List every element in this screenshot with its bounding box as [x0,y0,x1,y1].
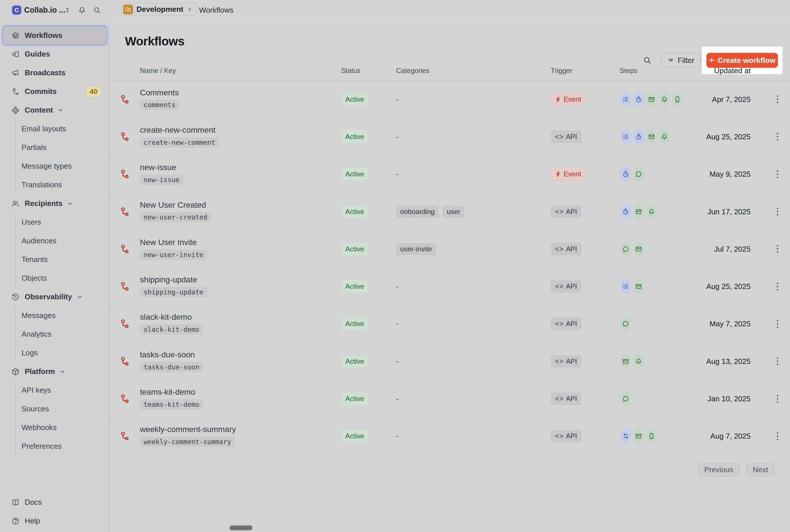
status-badge-label: Active [341,205,368,218]
workflow-key-chip: teams-kit-demo [140,399,203,410]
sidebar-item-label: Commits [25,87,57,96]
kebab-menu-button[interactable] [772,392,783,405]
breadcrumb-environment-chip[interactable]: Development [121,3,197,16]
sidebar-item-sources[interactable]: Sources [15,400,110,418]
kebab-menu-button[interactable] [772,130,783,144]
sidebar-item-label: Workflows [25,31,62,40]
table-row[interactable]: create-new-commentcreate-new-commentActi… [110,118,790,155]
panels-icon [12,50,20,58]
sidebar-item-audiences[interactable]: Audiences [15,231,110,250]
workflow-name: create-new-comment [140,126,219,135]
sidebar-item-partials[interactable]: Partials [15,138,110,157]
status-badge-label: Active [341,93,368,106]
sidebar-item-help[interactable]: Help [3,512,107,530]
kebab-menu-button[interactable] [772,93,783,106]
sidebar-item-label: Guides [25,50,50,59]
sidebar-item-analytics[interactable]: Analytics [15,325,110,344]
sidebar-item-tenants[interactable]: Tenants [15,250,110,269]
sidebar-item-message-types[interactable]: Message types [15,157,110,175]
sidebar-item-guides[interactable]: Guides [3,45,107,63]
sidebar-item-docs[interactable]: Docs [3,493,107,512]
sidebar-item-commits[interactable]: Commits40 [3,82,107,101]
sidebar-item-webhooks[interactable]: Webhooks [15,418,110,437]
sidebar-item-broadcasts[interactable]: Broadcasts [3,63,107,82]
sidebar-item-translations[interactable]: Translations [15,175,110,194]
categories-cell: - [396,319,399,328]
table-row[interactable]: shipping-updateshipping-updateActive-<>A… [110,268,790,305]
step-chip-bell [659,129,670,144]
sidebar-item-users[interactable]: Users [15,213,110,231]
workflow-name-cell: create-new-commentcreate-new-comment [140,126,219,148]
sidebar-subgroup-platform: API keysSourcesWebhooksPreferences [15,381,110,456]
notifications-bell-icon[interactable] [78,0,86,20]
help-circle-icon [12,517,20,525]
sidebar-item-messages[interactable]: Messages [15,306,110,325]
sidebar-item-label: Content [25,106,53,115]
horizontal-scrollbar-thumb[interactable] [230,526,252,530]
categories-cell: - [396,432,399,441]
categories-cell: - [396,95,399,104]
kebab-menu-button[interactable] [772,167,783,181]
kebab-menu-button[interactable] [772,317,783,330]
sidebar-item-recipients[interactable]: Recipients [3,194,107,213]
steps-cell [620,354,644,369]
table-row[interactable]: New User Invitenew-user-inviteActiveuser… [110,230,790,268]
sidebar-item-label: Platform [25,367,55,376]
table-row[interactable]: New User Creatednew-user-createdActiveon… [110,193,790,230]
chat-icon [622,320,629,327]
workspace-search-icon[interactable] [93,0,101,20]
workflow-name: new-issue [140,163,183,172]
workflow-icon [120,282,129,291]
kebab-menu-button[interactable] [772,242,783,256]
code-brackets-icon: <> [555,395,564,403]
kebab-menu-button[interactable] [772,355,783,368]
kebab-menu-button[interactable] [772,429,783,443]
sidebar-item-workflows[interactable]: Workflows [3,26,107,45]
table-row[interactable]: new-issuenew-issueActive-EventMay 9, 202… [110,156,790,193]
category-chip: onboarding [396,206,439,218]
step-chip-timer [620,204,631,219]
chevron-down-icon [77,294,82,300]
package-icon [12,368,20,376]
workflow-name-cell: new-issuenew-issue [140,163,183,185]
sidebar-item-logs[interactable]: Logs [15,344,110,362]
trigger-cell: <>API [551,355,581,368]
workflow-key-chip: tasks-due-soon [140,362,203,372]
kebab-menu-button[interactable] [772,205,783,218]
status-badge-label: Active [341,243,368,255]
status-badge: Active [341,93,368,106]
sidebar-item-platform[interactable]: Platform [3,362,107,381]
book-icon [12,498,20,507]
workspace-name[interactable]: Collab.io ... [24,0,65,20]
sidebar-item-email-layouts[interactable]: Email layouts [15,119,110,138]
chat-icon [622,395,629,402]
table-row[interactable]: CommentscommentsActive-EventApr 7, 2025 [110,81,790,118]
workspace-logo[interactable]: C [12,5,21,15]
workflow-name-cell: Commentscomments [140,89,179,110]
table-row[interactable]: slack-kit-demoslack-kit-demoActive-<>API… [110,305,790,343]
code-brackets-icon: <> [555,245,564,253]
next-page-button[interactable]: Next [747,463,774,476]
email-icon [622,358,629,365]
previous-page-button[interactable]: Previous [698,463,739,476]
step-chip-email [633,204,644,219]
sidebar-item-api-keys[interactable]: API keys [15,381,110,400]
table-row[interactable]: teams-kit-demoteams-kit-demoActive-<>API… [110,380,790,417]
trigger-cell: Event [551,168,585,180]
table-row[interactable]: weekly-comment-summaryweekly-comment-sum… [110,418,790,455]
status-badge: Active [341,430,368,442]
status-badge: Active [341,393,368,405]
trigger-cell: <>API [551,430,581,442]
status-badge-label: Active [341,393,368,405]
empty-categories-dash: - [396,170,399,179]
step-chip-phone [646,429,657,443]
step-chip-email [646,92,657,107]
table-row[interactable]: tasks-due-soontasks-due-soonActive-<>API… [110,343,790,380]
workspace-caret-icon[interactable] [64,0,71,20]
sidebar-item-objects[interactable]: Objects [15,269,110,287]
email-icon [635,208,642,215]
sidebar-item-preferences[interactable]: Preferences [15,437,110,456]
sidebar-item-observability[interactable]: Observability [3,287,107,306]
sidebar-item-content[interactable]: Content [3,101,107,119]
kebab-menu-button[interactable] [772,280,783,293]
